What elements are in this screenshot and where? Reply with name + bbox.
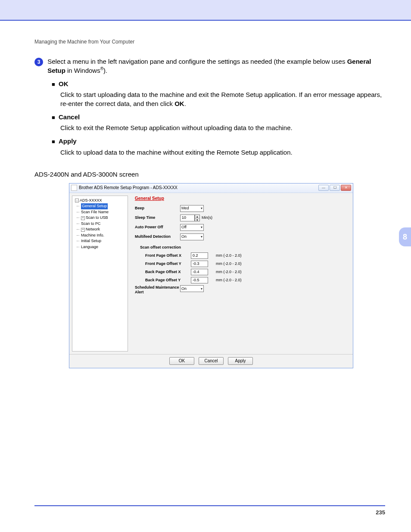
breadcrumb: Managing the Machine from Your Computer (34, 39, 134, 45)
bullet-icon: ■ (52, 138, 55, 145)
select-autooff-value: Off (181, 224, 187, 230)
row-autooff: Auto Power Off Off (135, 224, 349, 231)
label-sched: Scheduled Maintenance Alert (135, 285, 180, 295)
tree-item[interactable]: Language (73, 244, 127, 250)
nav-tree[interactable]: –ADS-XXXXX General SetupScan File Name+S… (72, 196, 128, 352)
step-sup: ® (100, 66, 103, 71)
header-band (0, 0, 411, 21)
offset-label: Back Page Offset X (135, 269, 191, 275)
row-beep: Beep Med (135, 205, 349, 212)
item-cancel: ■ Cancel (52, 112, 385, 121)
label-autooff: Auto Power Off (135, 224, 180, 230)
offset-input[interactable]: 0.2 (191, 252, 208, 259)
item-label: OK (59, 80, 68, 87)
content-area: 3 Select a menu in the left navigation p… (34, 57, 385, 368)
tree-item-label: General Setup (81, 203, 108, 209)
footer-rule (34, 505, 385, 506)
tree-item[interactable]: Scan to PC (73, 221, 127, 227)
row-multifeed: Multifeed Detection On (135, 233, 349, 240)
desc-bold: OK (174, 100, 184, 107)
settings-panel: General Setup Beep Med Sleep Time 10 ▴▾ … (131, 193, 353, 354)
offset-range: mm (-2.0 - 2.0) (216, 277, 242, 283)
tree-item[interactable]: Machine Info. (73, 233, 127, 239)
button-row: OK Cancel Apply (69, 354, 353, 368)
step-badge: 3 (34, 58, 43, 66)
row-sleep: Sleep Time 10 ▴▾ Min(s) (135, 215, 349, 221)
page-number: 235 (376, 509, 385, 516)
offset-label: Front Page Offset Y (135, 261, 191, 267)
tree-item-label: Initial Setup (81, 239, 101, 243)
tree-item[interactable]: Scan File Name (73, 209, 127, 215)
titlebar: Brother ADS Remote Setup Program - ADS-X… (69, 184, 353, 193)
window-buttons: — ☐ ✕ (318, 185, 351, 191)
bullet-icon: ■ (52, 114, 55, 121)
offset-label: Back Page Offset Y (135, 277, 191, 283)
apply-button[interactable]: Apply (228, 357, 253, 365)
select-beep-value: Med (181, 205, 189, 211)
window-title: Brother ADS Remote Setup Program - ADS-X… (79, 185, 177, 191)
offset-row: Front Page Offset Y-0.3mm (-2.0 - 2.0) (135, 261, 349, 267)
collapse-icon[interactable]: – (75, 199, 79, 202)
item-ok-desc: Click to start uploading data to the mac… (60, 90, 385, 108)
select-beep[interactable]: Med (180, 205, 204, 212)
step-b: in Windows (65, 67, 100, 74)
offset-section: Scan offset correction (140, 245, 349, 250)
offset-input[interactable]: -0.5 (191, 277, 208, 283)
select-multifeed[interactable]: On (180, 233, 204, 240)
tree-item-label: Scan to USB (86, 215, 108, 220)
spinner-sleep[interactable]: ▴▾ (195, 215, 200, 221)
offset-range: mm (-2.0 - 2.0) (216, 261, 242, 267)
offset-range: mm (-2.0 - 2.0) (216, 253, 242, 258)
tree-root[interactable]: –ADS-XXXXX (73, 198, 127, 204)
minimize-button[interactable]: — (318, 185, 329, 191)
unit-sleep: Min(s) (202, 215, 212, 221)
cancel-button[interactable]: Cancel (199, 357, 224, 365)
item-label: Apply (59, 137, 77, 145)
offset-input[interactable]: -0.3 (191, 261, 208, 267)
offset-row: Back Page Offset Y-0.5mm (-2.0 - 2.0) (135, 277, 349, 283)
screen-label: ADS-2400N and ADS-3000N screen (34, 170, 385, 179)
app-icon (71, 185, 77, 191)
window-body: –ADS-XXXXX General SetupScan File Name+S… (69, 193, 353, 354)
step-a: Select a menu in the left navigation pan… (47, 58, 347, 65)
label-beep: Beep (135, 205, 180, 211)
step-text: Select a menu in the left navigation pan… (47, 57, 379, 75)
tree-item-label: Language (81, 245, 98, 249)
maximize-button[interactable]: ☐ (330, 185, 340, 191)
expand-icon[interactable]: + (81, 228, 85, 232)
item-label: Cancel (59, 113, 80, 121)
chapter-tab: 8 (399, 227, 411, 246)
panel-title: General Setup (135, 196, 349, 202)
select-multifeed-value: On (181, 234, 187, 240)
item-apply: ■ Apply (52, 137, 385, 146)
tree-item[interactable]: Initial Setup (73, 238, 127, 244)
close-button[interactable]: ✕ (341, 185, 351, 191)
select-autooff[interactable]: Off (180, 224, 204, 231)
expand-icon[interactable]: + (81, 216, 85, 220)
offset-input[interactable]: -0.4 (191, 269, 208, 275)
remote-setup-window: Brother ADS Remote Setup Program - ADS-X… (69, 183, 353, 368)
tree-root-label: ADS-XXXXX (80, 198, 102, 202)
bullet-icon: ■ (52, 81, 55, 87)
tree-item-label: Network (86, 227, 100, 231)
item-cancel-desc: Click to exit the Remote Setup applicati… (60, 123, 385, 132)
ok-button[interactable]: OK (169, 357, 194, 365)
select-sched[interactable]: On (180, 285, 204, 292)
item-apply-desc: Click to upload data to the machine with… (60, 148, 385, 157)
row-sched: Scheduled Maintenance Alert On (135, 285, 349, 295)
offset-row: Front Page Offset X0.2mm (-2.0 - 2.0) (135, 252, 349, 259)
tree-item-label: Machine Info. (81, 233, 104, 237)
offset-label: Front Page Offset X (135, 253, 191, 258)
label-sleep: Sleep Time (135, 215, 180, 221)
tree-item[interactable]: +Scan to USB (73, 215, 127, 221)
select-sched-value: On (181, 286, 187, 292)
tree-item-label: Scan to PC (81, 221, 101, 226)
desc-b: . (184, 100, 186, 107)
input-sleep[interactable]: 10 (180, 215, 195, 221)
offset-range: mm (-2.0 - 2.0) (216, 269, 242, 275)
tree-item[interactable]: General Setup (73, 203, 127, 209)
offset-row: Back Page Offset X-0.4mm (-2.0 - 2.0) (135, 269, 349, 275)
step-c: ). (103, 67, 107, 74)
tree-item[interactable]: +Network (73, 227, 127, 233)
label-multifeed: Multifeed Detection (135, 234, 180, 240)
